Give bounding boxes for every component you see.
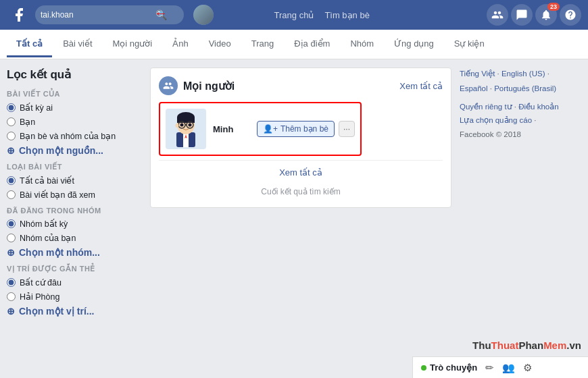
see-all-bottom-link[interactable]: Xem tất cả xyxy=(159,160,443,184)
option-ban-be-nhom[interactable]: Bạn bè và nhóm của bạn xyxy=(7,131,142,141)
people-section-title: Mọi người xyxy=(183,80,235,92)
tab-people[interactable]: Mọi người xyxy=(103,32,162,57)
friend-requests-icon[interactable] xyxy=(487,4,508,26)
option-bat-cu-dau[interactable]: Bất cứ đâu xyxy=(7,277,142,288)
choose-group-link[interactable]: ⊕ Chọn một nhóm... xyxy=(7,247,142,258)
tab-places[interactable]: Địa điểm xyxy=(285,32,339,57)
lang-viet[interactable]: Tiếng Việt xyxy=(460,70,495,78)
svg-point-9 xyxy=(180,124,184,127)
section-vitri: VỊ TRÍ ĐƯỢC GẮN THẺ xyxy=(7,265,142,273)
tab-posts[interactable]: Bài viết xyxy=(53,32,101,57)
lang-portuguese[interactable]: Português (Brasil) xyxy=(494,84,556,92)
option-nhom-bat-ky[interactable]: Nhóm bất kỳ xyxy=(7,219,142,229)
section-nhom: ĐÃ ĐĂNG TRONG NHÓM xyxy=(7,207,142,215)
option-bat-ky-ai[interactable]: Bất kỳ ai xyxy=(7,103,142,113)
section-bai-viet-cua: BÀI VIẾT CỦA xyxy=(7,90,142,99)
add-friend-button[interactable]: 👤+ Thêm bạn bè xyxy=(257,121,335,137)
option-da-xem[interactable]: Bài viết bạn đã xem xyxy=(7,190,142,200)
tab-events[interactable]: Sự kiện xyxy=(445,32,494,57)
tab-apps[interactable]: Ứng dụng xyxy=(385,32,443,57)
person-card: Minh 👤+ Thêm bạn bè ··· xyxy=(159,102,362,156)
main-content: Lọc kết quả BÀI VIẾT CỦA Bất kỳ ai Bạn B… xyxy=(0,59,588,329)
help-icon[interactable] xyxy=(560,4,581,26)
tab-bar: Tất cả Bài viết Mọi người Ảnh Video Tran… xyxy=(0,30,588,59)
nav-center: Trang chủ Tìm bạn bè xyxy=(274,10,370,20)
search-input[interactable] xyxy=(41,10,155,20)
people-section: Mọi người Xem tất cả xyxy=(150,68,451,208)
ad-choices-link[interactable]: Lựa chọn quảng cáo xyxy=(460,116,532,124)
sidebar-title: Lọc kết quả xyxy=(7,68,142,82)
tab-groups[interactable]: Nhóm xyxy=(341,32,383,57)
people-icon xyxy=(159,76,178,95)
search-results: Mọi người Xem tất cả xyxy=(150,68,451,321)
section-loai-bai-viet: LOẠI BÀI VIẾT xyxy=(7,163,142,171)
lang-espanol[interactable]: Español xyxy=(460,84,488,92)
copyright-text: Facebook © 2018 xyxy=(460,128,581,140)
choose-source-link[interactable]: ⊕ Chọn một nguồn... xyxy=(7,145,142,156)
messages-icon[interactable] xyxy=(511,4,533,26)
person-actions: 👤+ Thêm bạn bè ··· xyxy=(257,121,355,137)
person-avatar[interactable] xyxy=(166,109,206,149)
end-of-results-text: Cuối kết quả tìm kiếm xyxy=(159,184,443,199)
right-sidebar: Tiếng Việt · English (US) · Español · Po… xyxy=(460,68,581,321)
search-bar[interactable]: 🔍 xyxy=(35,5,184,24)
search-icon[interactable]: 🔍 xyxy=(155,9,167,20)
option-nhom-cua-ban[interactable]: Nhóm của bạn xyxy=(7,233,142,243)
option-hai-phong[interactable]: Hải Phòng xyxy=(7,292,142,302)
svg-point-10 xyxy=(189,124,192,127)
tab-all[interactable]: Tất cả xyxy=(7,32,52,57)
tab-pages[interactable]: Trang xyxy=(242,32,283,57)
see-all-top-link[interactable]: Xem tất cả xyxy=(399,81,443,91)
choose-location-link[interactable]: ⊕ Chọn một vị trí... xyxy=(7,306,142,317)
person-name: Minh xyxy=(213,124,250,134)
filter-sidebar: Lọc kết quả BÀI VIẾT CỦA Bất kỳ ai Bạn B… xyxy=(7,68,142,321)
user-avatar[interactable] xyxy=(193,5,214,25)
lang-english[interactable]: English (US) xyxy=(501,70,545,78)
svg-point-11 xyxy=(176,124,179,128)
top-nav: 🔍 ← Trang chủ Tìm bạn bè 23 xyxy=(0,0,588,30)
option-tat-ca-bai-viet[interactable]: Tất cả bài viết xyxy=(7,176,142,186)
facebook-logo[interactable] xyxy=(7,3,31,27)
people-section-header: Mọi người Xem tất cả xyxy=(159,76,443,95)
tab-photos[interactable]: Ảnh xyxy=(163,32,197,57)
notifications-icon[interactable]: 23 xyxy=(535,4,557,26)
people-section-title-group: Mọi người xyxy=(159,76,235,95)
privacy-link[interactable]: Quyền riêng tư xyxy=(460,103,512,111)
notification-badge: 23 xyxy=(547,3,560,11)
more-options-button[interactable]: ··· xyxy=(339,121,355,137)
nav-find-friends[interactable]: Tìm bạn bè xyxy=(324,10,370,20)
tab-video[interactable]: Video xyxy=(199,32,241,57)
add-friend-icon: 👤+ xyxy=(263,124,278,134)
nav-home[interactable]: Trang chủ xyxy=(274,10,314,20)
terms-link[interactable]: Điều khoản xyxy=(518,103,558,111)
option-ban[interactable]: Bạn xyxy=(7,117,142,127)
nav-right: 23 xyxy=(487,4,581,26)
